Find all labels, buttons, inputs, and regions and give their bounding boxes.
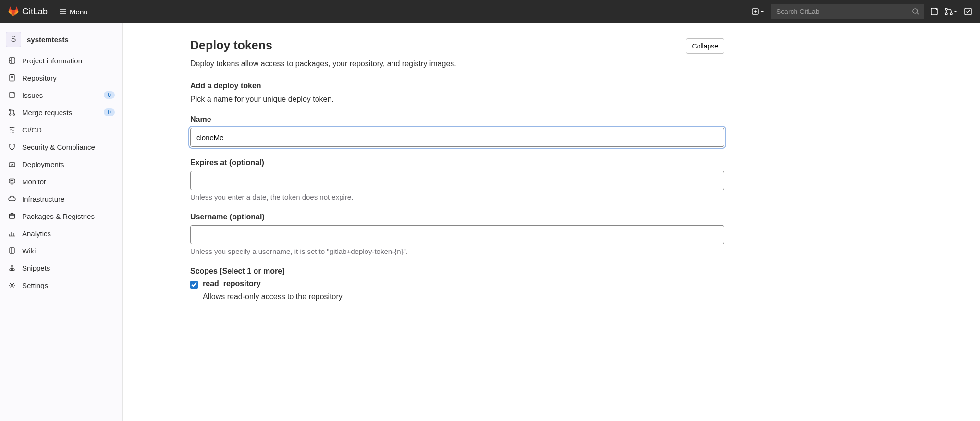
sidebar-item-settings[interactable]: Settings [0, 277, 122, 294]
gitlab-logo[interactable]: GitLab [8, 6, 48, 17]
search-icon [912, 8, 919, 15]
deploy-icon [8, 160, 16, 168]
analytics-icon [8, 229, 16, 238]
issues-shortcut[interactable] [930, 7, 939, 16]
sidebar-project[interactable]: S systemtests [0, 27, 122, 52]
project-name: systemtests [27, 36, 69, 44]
svg-point-3 [945, 8, 947, 10]
svg-point-12 [13, 114, 14, 115]
sidebar-item-deployments[interactable]: Deployments [0, 156, 122, 173]
sidebar-item-packages-registries[interactable]: Packages & Registries [0, 207, 122, 225]
expires-label: Expires at (optional) [190, 158, 724, 167]
sidebar-item-wiki[interactable]: Wiki [0, 242, 122, 259]
sidebar-item-badge: 0 [104, 91, 115, 99]
repo-icon [8, 73, 16, 82]
monitor-icon [8, 177, 16, 186]
chevron-down-icon [760, 9, 765, 14]
info-icon [8, 56, 16, 65]
main-content: Deploy tokens Collapse Deploy tokens all… [123, 23, 747, 336]
username-input[interactable] [190, 225, 724, 244]
top-navbar: GitLab Menu [0, 0, 980, 23]
svg-point-5 [950, 13, 952, 15]
scopes-label: Scopes [Select 1 or more] [190, 267, 724, 276]
svg-rect-6 [965, 8, 971, 15]
sidebar-item-label: Issues [22, 91, 43, 99]
svg-point-10 [9, 109, 11, 111]
sidebar-item-badge: 0 [104, 108, 115, 116]
sidebar-item-label: Settings [22, 281, 48, 289]
sidebar-item-label: Infrastructure [22, 195, 64, 203]
sidebar-item-infrastructure[interactable]: Infrastructure [0, 190, 122, 207]
menu-button[interactable]: Menu [55, 5, 92, 19]
shield-icon [8, 143, 16, 151]
todo-icon [964, 7, 972, 16]
merge-icon [8, 108, 16, 117]
sidebar-item-ci-cd[interactable]: CI/CD [0, 121, 122, 138]
infra-icon [8, 194, 16, 203]
page-description: Deploy tokens allow access to packages, … [190, 60, 724, 68]
sidebar-item-project-information[interactable]: Project information [0, 52, 122, 69]
svg-rect-16 [10, 248, 14, 253]
snippets-icon [8, 264, 16, 272]
sidebar-item-merge-requests[interactable]: Merge requests0 [0, 104, 122, 121]
page-title: Deploy tokens [190, 38, 272, 52]
sidebar-item-label: Wiki [22, 247, 36, 255]
svg-point-4 [945, 13, 947, 15]
search-input[interactable] [771, 4, 924, 19]
plus-icon [751, 8, 759, 15]
sidebar-item-label: Deployments [22, 160, 64, 168]
gitlab-icon [8, 6, 19, 17]
svg-point-1 [913, 9, 918, 13]
sidebar-item-issues[interactable]: Issues0 [0, 86, 122, 104]
new-dropdown[interactable] [751, 8, 765, 15]
svg-point-17 [10, 269, 12, 271]
sidebar-item-security-compliance[interactable]: Security & Compliance [0, 138, 122, 156]
sidebar-item-label: Snippets [22, 264, 50, 272]
merge-icon [944, 7, 953, 16]
sidebar-item-snippets[interactable]: Snippets [0, 259, 122, 277]
package-icon [8, 212, 16, 220]
svg-point-11 [9, 114, 11, 115]
sidebar-item-label: Analytics [22, 229, 51, 238]
svg-rect-15 [10, 214, 15, 218]
sidebar-item-label: Merge requests [22, 108, 72, 117]
project-avatar: S [6, 32, 21, 47]
sidebar-item-label: Packages & Registries [22, 212, 95, 220]
hamburger-icon [59, 8, 67, 15]
issues-icon [8, 91, 16, 99]
cicd-icon [8, 125, 16, 134]
username-hint: Unless you specify a username, it is set… [190, 247, 724, 255]
todos-shortcut[interactable] [964, 7, 972, 16]
sidebar-item-label: Monitor [22, 178, 46, 186]
add-token-title: Add a deploy token [190, 82, 724, 90]
scope-checkbox-read_repository[interactable] [190, 281, 198, 289]
svg-point-19 [11, 284, 13, 286]
svg-point-18 [12, 269, 14, 271]
sidebar-item-label: Security & Compliance [22, 143, 95, 151]
name-input[interactable] [190, 128, 724, 147]
issues-icon [930, 7, 939, 16]
sidebar-item-monitor[interactable]: Monitor [0, 173, 122, 190]
scope-row: read_repository [190, 279, 724, 289]
scope-description: Allows read-only access to the repositor… [203, 292, 724, 301]
sidebar-item-analytics[interactable]: Analytics [0, 225, 122, 242]
menu-label: Menu [70, 8, 88, 16]
username-label: Username (optional) [190, 213, 724, 221]
collapse-button[interactable]: Collapse [686, 38, 724, 54]
sidebar-item-repository[interactable]: Repository [0, 69, 122, 86]
name-label: Name [190, 115, 724, 124]
brand-label: GitLab [22, 7, 48, 17]
sidebar-item-label: CI/CD [22, 126, 42, 134]
expires-hint: Unless you enter a date, the token does … [190, 193, 724, 201]
chevron-down-icon [953, 9, 958, 14]
add-token-desc: Pick a name for your unique deploy token… [190, 95, 724, 104]
expires-input[interactable] [190, 171, 724, 190]
sidebar: S systemtests Project informationReposit… [0, 23, 123, 336]
scope-label: read_repository [203, 279, 261, 288]
sidebar-item-label: Repository [22, 74, 57, 82]
wiki-icon [8, 246, 16, 255]
sidebar-item-label: Project information [22, 57, 82, 65]
settings-icon [8, 281, 16, 289]
merge-requests-shortcut[interactable] [944, 7, 958, 16]
